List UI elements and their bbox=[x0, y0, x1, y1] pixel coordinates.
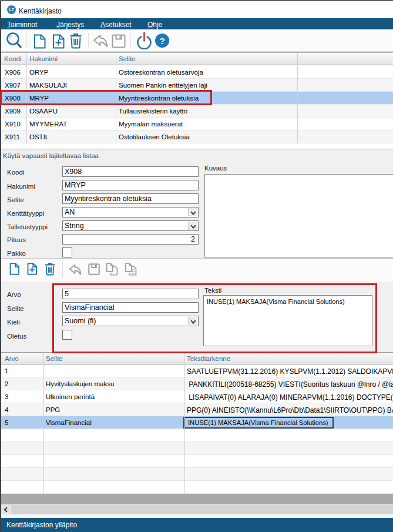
svg-text:?: ? bbox=[160, 36, 165, 46]
